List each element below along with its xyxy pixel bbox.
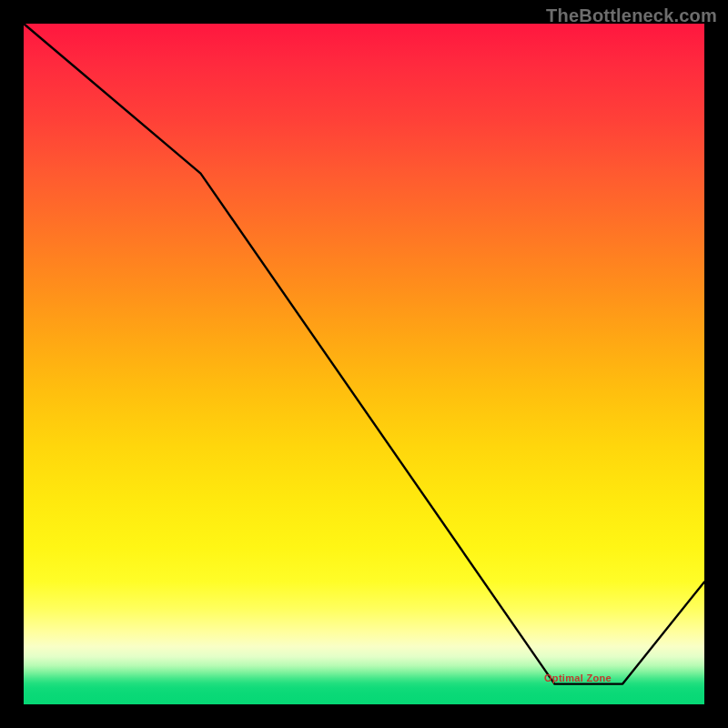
line-series-svg — [24, 24, 704, 704]
optimal-zone-label: Optimal Zone — [544, 672, 612, 683]
bottleneck-curve — [24, 24, 704, 684]
plot-area: Optimal Zone — [24, 24, 704, 704]
chart-frame: TheBottleneck.com Optimal Zone — [0, 0, 728, 728]
